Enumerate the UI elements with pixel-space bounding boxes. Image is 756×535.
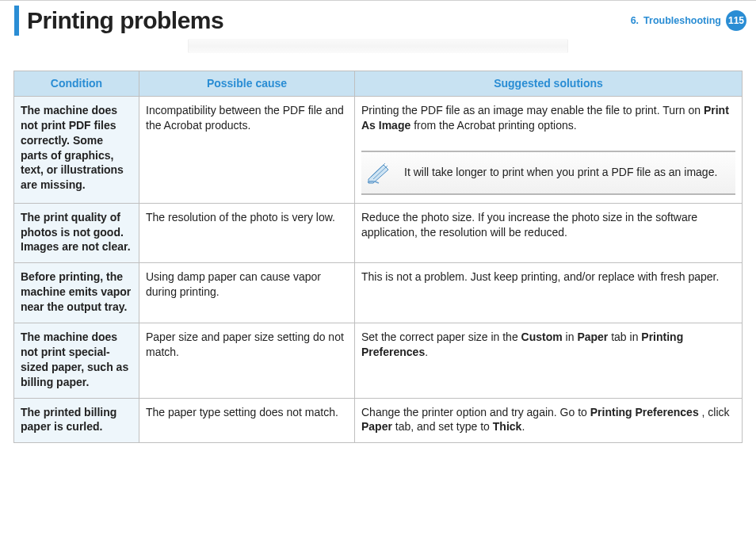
page-title: Printing problems: [27, 7, 223, 34]
title-accent-bar: [14, 6, 19, 36]
table-row: The printed billing paper is curled. The…: [14, 398, 743, 443]
cell-solution: Change the printer option and try again.…: [355, 398, 743, 443]
table-row: The print quality of photos is not good.…: [14, 203, 743, 263]
cell-cause: Using damp paper can cause vapor during …: [139, 263, 355, 323]
chapter-number: 6.: [631, 15, 639, 26]
solution-text: .: [521, 420, 525, 433]
page-header: Printing problems 6. Troubleshooting 115: [0, 0, 756, 39]
troubleshooting-table: Condition Possible cause Suggested solut…: [13, 71, 743, 443]
solution-bold: Printing Preferences: [590, 406, 699, 418]
solution-bold: Custom: [521, 331, 563, 343]
solution-text: from the Acrobat printing options.: [410, 119, 576, 132]
solution-bold: Paper: [577, 331, 608, 343]
breadcrumb: 6. Troubleshooting 115: [631, 6, 746, 31]
solution-text: in: [563, 331, 578, 343]
cell-condition: The machine does not print special-sized…: [14, 323, 139, 399]
cell-condition: Before printing, the machine emits vapor…: [14, 263, 139, 323]
note-icon: [366, 162, 393, 184]
cell-cause: The paper type setting does not match.: [139, 398, 355, 443]
cell-cause: Paper size and paper size setting do not…: [139, 323, 355, 399]
solution-bold: Paper: [361, 420, 392, 433]
cell-condition: The printed billing paper is curled.: [14, 398, 139, 443]
cell-cause: The resolution of the photo is very low.: [139, 203, 355, 263]
cell-solution: Printing the PDF file as an image may en…: [355, 96, 743, 203]
solution-text: .: [425, 346, 428, 358]
cell-condition: The print quality of photos is not good.…: [14, 203, 139, 263]
solution-text: Change the printer option and try again.…: [361, 406, 590, 418]
table-header-row: Condition Possible cause Suggested solut…: [14, 71, 743, 97]
solution-text: tab, and set type to: [392, 420, 493, 433]
table-row: The machine does not print special-sized…: [14, 323, 743, 399]
solution-text: Set the correct paper size in the: [361, 331, 521, 343]
table-row: Before printing, the machine emits vapor…: [14, 263, 743, 323]
cell-solution: This is not a problem. Just keep printin…: [355, 263, 743, 323]
table-row: The machine does not print PDF files cor…: [14, 96, 743, 203]
solution-text: tab in: [608, 331, 641, 343]
cell-cause: Incompatibility between the PDF file and…: [139, 96, 355, 203]
cell-solution: Reduce the photo size. If you increase t…: [355, 203, 743, 263]
solution-bold: Thick: [493, 420, 522, 433]
col-header-solution: Suggested solutions: [355, 71, 743, 97]
solution-text: Printing the PDF file as an image may en…: [361, 104, 704, 117]
chapter-name: Troubleshooting: [643, 15, 721, 26]
solution-text: , click: [699, 406, 730, 418]
cell-solution: Set the correct paper size in the Custom…: [355, 323, 743, 399]
col-header-condition: Condition: [14, 71, 139, 97]
title-block: Printing problems: [14, 6, 223, 36]
note-callout: It will take longer to print when you pr…: [361, 151, 735, 195]
page-number-badge: 115: [726, 10, 746, 31]
col-header-cause: Possible cause: [139, 71, 355, 97]
note-text: It will take longer to print when you pr…: [404, 165, 717, 180]
cell-condition: The machine does not print PDF files cor…: [14, 96, 139, 203]
toolbar-placeholder: [188, 39, 568, 53]
